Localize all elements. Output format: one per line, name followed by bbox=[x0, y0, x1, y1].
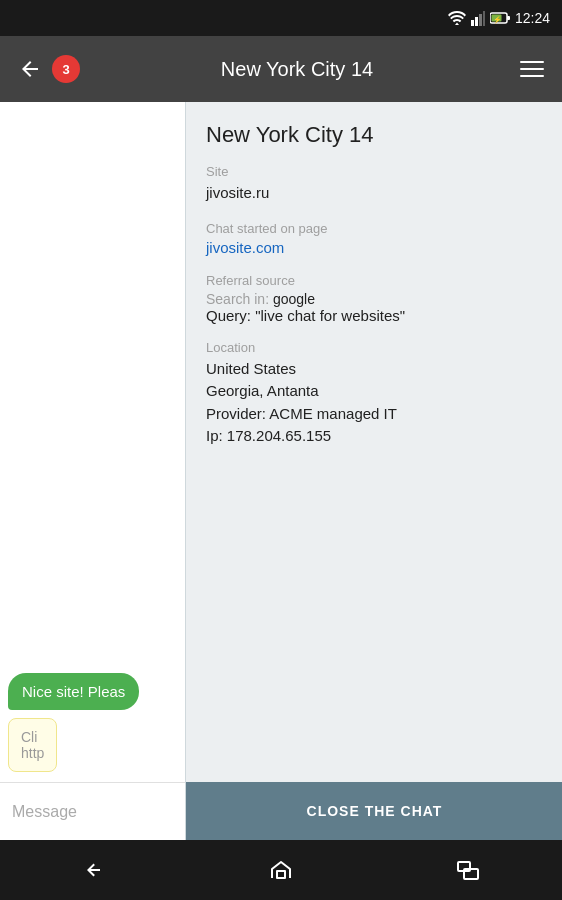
location-country: United States bbox=[206, 358, 542, 381]
message-input-area[interactable]: Message bbox=[0, 782, 185, 840]
bubble-line2: http bbox=[21, 745, 44, 761]
back-button[interactable] bbox=[12, 51, 48, 87]
location-provider: Provider: ACME managed IT bbox=[206, 403, 542, 426]
location-section: Location United States Georgia, Antanta … bbox=[206, 340, 542, 448]
referral-section: Referral source Search in: google Query:… bbox=[206, 273, 542, 324]
referral-query: Query: "live chat for websites" bbox=[206, 307, 542, 324]
chat-messages: Nice site! Pleas Cli http bbox=[0, 102, 185, 782]
svg-rect-5 bbox=[507, 16, 510, 20]
status-bar: ⚡ 12:24 bbox=[0, 0, 562, 36]
site-value: jivosite.ru bbox=[206, 182, 542, 205]
main-content: Nice site! Pleas Cli http Message New Yo… bbox=[0, 102, 562, 840]
svg-rect-0 bbox=[471, 20, 474, 26]
location-city: Georgia, Antanta bbox=[206, 380, 542, 403]
referral-search: Search in: google bbox=[206, 291, 542, 307]
menu-icon bbox=[520, 61, 544, 63]
chat-bubble-yellow: Cli http bbox=[8, 718, 57, 772]
message-placeholder[interactable]: Message bbox=[12, 803, 77, 821]
app-bar: 3 New York City 14 bbox=[0, 36, 562, 102]
notification-badge: 3 bbox=[52, 55, 80, 83]
status-icons: ⚡ 12:24 bbox=[448, 10, 550, 26]
chat-started-label: Chat started on page bbox=[206, 221, 542, 236]
location-label: Location bbox=[206, 340, 542, 355]
battery-icon: ⚡ bbox=[490, 11, 510, 25]
bubble-line1: Cli bbox=[21, 729, 44, 745]
chat-bubble-green: Nice site! Pleas bbox=[8, 673, 139, 710]
chat-started-section: Chat started on page jivosite.com bbox=[206, 221, 542, 257]
badge-count: 3 bbox=[62, 62, 69, 77]
bottom-nav bbox=[0, 840, 562, 900]
svg-text:⚡: ⚡ bbox=[493, 15, 502, 24]
svg-rect-1 bbox=[475, 17, 478, 26]
app-title: New York City 14 bbox=[80, 58, 514, 81]
chat-panel: Nice site! Pleas Cli http Message bbox=[0, 102, 185, 840]
location-ip: Ip: 178.204.65.155 bbox=[206, 425, 542, 448]
home-nav-button[interactable] bbox=[251, 850, 311, 890]
menu-icon bbox=[520, 68, 544, 70]
svg-rect-3 bbox=[483, 11, 485, 26]
chat-started-link[interactable]: jivosite.com bbox=[206, 239, 284, 256]
recents-nav-button[interactable] bbox=[438, 850, 498, 890]
info-title: New York City 14 bbox=[206, 122, 542, 148]
signal-icon bbox=[471, 10, 485, 26]
close-chat-label: CLOSE THE CHAT bbox=[307, 803, 443, 819]
referral-label: Referral source bbox=[206, 273, 542, 288]
svg-rect-8 bbox=[277, 871, 285, 878]
back-nav-button[interactable] bbox=[64, 850, 124, 890]
site-section: Site jivosite.ru bbox=[206, 164, 542, 205]
menu-button[interactable] bbox=[514, 51, 550, 87]
menu-icon bbox=[520, 75, 544, 77]
status-time: 12:24 bbox=[515, 10, 550, 26]
svg-rect-2 bbox=[479, 14, 482, 26]
info-scroll: New York City 14 Site jivosite.ru Chat s… bbox=[186, 102, 562, 782]
info-panel: New York City 14 Site jivosite.ru Chat s… bbox=[185, 102, 562, 840]
site-label: Site bbox=[206, 164, 542, 179]
referral-search-engine: google bbox=[273, 291, 315, 307]
close-chat-button[interactable]: CLOSE THE CHAT bbox=[186, 782, 562, 840]
wifi-icon bbox=[448, 11, 466, 25]
